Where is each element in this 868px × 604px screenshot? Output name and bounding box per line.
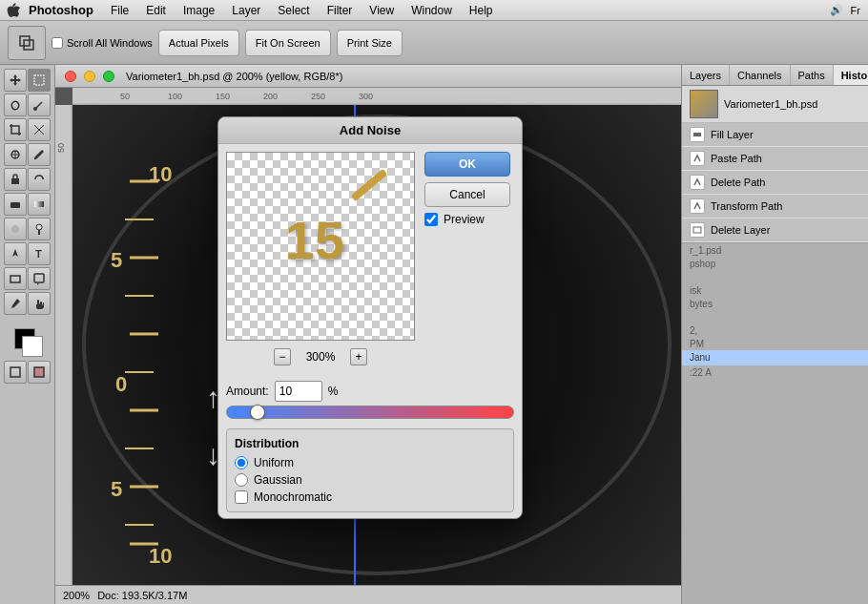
info-highlight: Janu bbox=[682, 350, 868, 365]
zoom-in-button[interactable]: + bbox=[350, 348, 367, 365]
menu-file[interactable]: File bbox=[103, 2, 136, 19]
amount-slider-track[interactable] bbox=[226, 406, 514, 419]
type-tool[interactable]: T bbox=[28, 242, 51, 265]
dialog-right-col: OK Cancel Preview bbox=[424, 152, 514, 373]
menu-select[interactable]: Select bbox=[270, 2, 317, 19]
preview-checkbox-row[interactable]: Preview bbox=[424, 213, 514, 226]
canvas-tab: Variometer1_bh.psd @ 200% (yellow, RGB/8… bbox=[55, 65, 681, 88]
info-pshop: pshop bbox=[682, 257, 868, 270]
history-item-4[interactable]: Delete Layer bbox=[682, 219, 868, 242]
scroll-all-checkbox[interactable] bbox=[52, 37, 63, 49]
menu-edit[interactable]: Edit bbox=[138, 2, 174, 19]
menu-layer[interactable]: Layer bbox=[224, 2, 268, 19]
canvas-area: Variometer1_bh.psd @ 200% (yellow, RGB/8… bbox=[55, 65, 681, 604]
cancel-button[interactable]: Cancel bbox=[424, 182, 510, 207]
canvas-content[interactable]: 50 100 150 200 250 300 50 bbox=[55, 88, 681, 585]
tab-channels[interactable]: Channels bbox=[730, 65, 790, 85]
minimize-window-btn[interactable] bbox=[84, 71, 95, 82]
history-item-0[interactable]: Fill Layer bbox=[682, 123, 868, 147]
monochromatic-check-row[interactable]: Monochromatic bbox=[235, 490, 506, 504]
menu-help[interactable]: Help bbox=[462, 2, 501, 19]
volume-icon: 🔊 bbox=[830, 4, 843, 16]
eyedropper-tool[interactable] bbox=[4, 292, 27, 315]
history-header: Variometer1_bh.psd bbox=[682, 86, 868, 123]
marquee-tool[interactable] bbox=[28, 69, 51, 92]
svg-rect-13 bbox=[10, 276, 20, 282]
stamp-tool[interactable] bbox=[4, 168, 27, 191]
gradient-tool[interactable] bbox=[28, 193, 51, 216]
scroll-all-windows-check[interactable]: Scroll All Windows bbox=[52, 37, 153, 49]
menu-filter[interactable]: Filter bbox=[320, 2, 361, 19]
heal-tool[interactable] bbox=[4, 143, 27, 166]
svg-text:100: 100 bbox=[168, 92, 182, 101]
amount-section: Amount: % Distribution bbox=[218, 381, 522, 518]
tab-layers[interactable]: Layers bbox=[682, 65, 730, 85]
amount-row: Amount: % bbox=[226, 381, 514, 402]
svg-rect-16 bbox=[34, 367, 44, 377]
close-window-btn[interactable] bbox=[65, 71, 76, 82]
svg-text:50: 50 bbox=[56, 143, 66, 153]
svg-text:T: T bbox=[35, 248, 42, 260]
print-size-button[interactable]: Print Size bbox=[337, 30, 403, 56]
zoom-out-button[interactable]: − bbox=[274, 348, 291, 365]
history-icon-3 bbox=[690, 198, 705, 214]
tool-row-10 bbox=[4, 292, 51, 315]
history-item-2[interactable]: Delete Path bbox=[682, 171, 868, 195]
monochromatic-label: Monochromatic bbox=[254, 490, 332, 504]
ok-button[interactable]: OK bbox=[424, 152, 510, 177]
amount-unit: % bbox=[328, 385, 339, 398]
info-time: :22 A bbox=[682, 365, 868, 379]
gauge-number-mid-left: 5 bbox=[111, 248, 122, 273]
notes-tool[interactable] bbox=[28, 267, 51, 290]
pen-tool[interactable] bbox=[4, 242, 27, 265]
zoom-display: 200% bbox=[63, 590, 90, 601]
history-label-1: Paste Path bbox=[711, 153, 762, 164]
amount-label: Amount: bbox=[226, 385, 269, 398]
tab-paths[interactable]: Paths bbox=[791, 65, 834, 85]
preview-checkbox[interactable] bbox=[424, 213, 438, 226]
apple-logo[interactable] bbox=[4, 1, 23, 20]
move-tool[interactable] bbox=[4, 69, 27, 92]
distribution-title: Distribution bbox=[235, 437, 506, 450]
maximize-window-btn[interactable] bbox=[103, 71, 114, 82]
amount-slider-thumb[interactable] bbox=[250, 405, 265, 420]
gauge-number-top: 10 bbox=[149, 162, 172, 187]
menu-window[interactable]: Window bbox=[403, 2, 460, 19]
hand-tool[interactable] bbox=[28, 292, 51, 315]
actual-pixels-button[interactable]: Actual Pixels bbox=[158, 30, 239, 56]
history-item-3[interactable]: Transform Path bbox=[682, 195, 868, 219]
shape-tool[interactable] bbox=[4, 267, 27, 290]
dodge-tool[interactable] bbox=[28, 218, 51, 240]
gaussian-radio-row[interactable]: Gaussian bbox=[235, 473, 506, 487]
history-item-1[interactable]: Paste Path bbox=[682, 147, 868, 171]
brush-tool[interactable] bbox=[28, 143, 51, 166]
info-bytes: bytes bbox=[682, 297, 868, 310]
history-brush-tool[interactable] bbox=[28, 168, 51, 191]
gaussian-radio[interactable] bbox=[235, 473, 248, 487]
menu-image[interactable]: Image bbox=[176, 2, 222, 19]
background-color[interactable] bbox=[22, 336, 43, 357]
uniform-radio[interactable] bbox=[235, 456, 248, 469]
monochromatic-checkbox[interactable] bbox=[235, 490, 248, 504]
uniform-label: Uniform bbox=[254, 456, 294, 469]
menu-view[interactable]: View bbox=[362, 2, 402, 19]
tab-history[interactable]: History bbox=[834, 65, 868, 85]
amount-input[interactable] bbox=[275, 381, 322, 402]
color-swatches[interactable] bbox=[10, 324, 45, 359]
fit-on-screen-button[interactable]: Fit On Screen bbox=[245, 30, 331, 56]
history-label-4: Delete Layer bbox=[711, 224, 770, 236]
quick-mask-mode[interactable] bbox=[28, 361, 51, 384]
uniform-radio-row[interactable]: Uniform bbox=[235, 456, 506, 469]
ruler-top: 50 100 150 200 250 300 bbox=[72, 88, 681, 105]
amount-slider-container bbox=[226, 406, 514, 419]
tool-row-mask bbox=[4, 361, 51, 384]
standard-mode[interactable] bbox=[4, 361, 27, 384]
info-pm: PM bbox=[682, 337, 868, 350]
eraser-tool[interactable] bbox=[4, 193, 27, 216]
slice-tool[interactable] bbox=[28, 118, 51, 141]
svg-rect-15 bbox=[10, 367, 20, 377]
magic-wand-tool[interactable] bbox=[28, 94, 51, 116]
blur-tool[interactable] bbox=[4, 218, 27, 240]
lasso-tool[interactable] bbox=[4, 94, 27, 116]
crop-tool[interactable] bbox=[4, 118, 27, 141]
